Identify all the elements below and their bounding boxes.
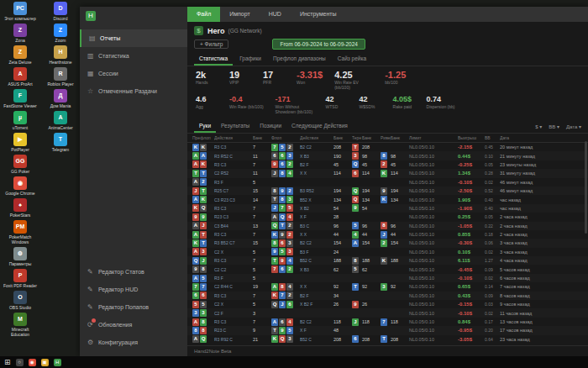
menu-tab-файл[interactable]: Файл xyxy=(187,7,220,22)
desktop-icon-faststone-viewer[interactable]: FFastStone Viewer xyxy=(3,89,38,108)
table-control-дата[interactable]: Дата ▾ xyxy=(566,124,581,129)
hand-row-15[interactable]: 98C2 C25762X B362562NL0.05/0.10-0.45$0.0… xyxy=(187,265,588,273)
stakes-label: NL0.05/0.10 xyxy=(409,206,458,211)
hand-row-19[interactable]: 55C2 X5QJ6X B2 F26926NL0.05/0.10-0.15$0.… xyxy=(187,300,588,308)
hand-row-9[interactable]: 99R23 C37AQ4X F28NL0.05/0.100.25$0.052 ч… xyxy=(187,213,588,221)
stat-value: -0.4 xyxy=(229,94,264,104)
stats-tab-префлоп-диапазоны[interactable]: Префлоп диапазоны xyxy=(268,53,331,66)
hand-row-11[interactable]: ATR3 C37K92X X44444J44NL0.05/0.100.85$0.… xyxy=(187,230,588,239)
hands-tab-руки[interactable]: Руки xyxy=(194,120,216,133)
column-header-банк[interactable]: Банк xyxy=(253,135,271,140)
menu-tab-инструменты[interactable]: Инструменты xyxy=(291,7,346,22)
column-header-действия[interactable]: Действия xyxy=(214,135,253,140)
desktop-icon-roblox-player[interactable]: RRoblox Player xyxy=(43,67,78,87)
column-header-выигрыш[interactable]: Выигрыш xyxy=(458,135,485,140)
folder-icon[interactable]: ▣ xyxy=(41,359,49,366)
hand-row-1[interactable]: KKR3 C37752B2 C2208T208NL0.05/0.10-2.15$… xyxy=(187,143,588,151)
sidebar-item-конфигурация[interactable]: ⚙Конфигурация xyxy=(80,334,187,351)
desktop-icon-zeta-deluxe[interactable]: ZZeta Deluxe xyxy=(3,45,38,65)
desktop-icon-discord[interactable]: DDiscord xyxy=(43,2,78,21)
desktop-icon-gg-poker[interactable]: GGGG Poker xyxy=(3,155,38,174)
stats-tab-сайз-рейка[interactable]: Сайз рейка xyxy=(333,53,371,66)
hand-row-5[interactable]: A2R3 F5NL0.05/0.10-0.10$0.0246 минут наз… xyxy=(187,178,588,187)
hand-row-18[interactable]: 66R3 C37K72B2 F34NL0.05/0.100.43$0.098 ч… xyxy=(187,292,588,300)
desktop-icon-asus-proart[interactable]: AASUS ProArt xyxy=(3,67,38,87)
table-control-bb[interactable]: BB ▾ xyxy=(549,124,559,129)
desktop-icon-zoom[interactable]: ZZoom xyxy=(43,24,78,43)
hand-row-6[interactable]: JTR25 C715892B3 R52194Q1949194NL0.05/0.1… xyxy=(187,187,588,195)
table-control-[interactable]: $ ▾ xyxy=(535,124,542,129)
desktop-icon-параметры[interactable]: ⚙Параметры xyxy=(3,247,38,266)
sidebar-item-сессии[interactable]: ▦Сессии xyxy=(80,65,187,82)
column-header-флоп[interactable]: Флоп xyxy=(271,135,300,140)
menu-tab-импорт[interactable]: Импорт xyxy=(220,7,259,22)
hand-row-16[interactable]: A5R3 F5NL0.05/0.10-0.10$0.026 часов наза… xyxy=(187,274,588,282)
start-button-icon[interactable]: ⊞ xyxy=(4,356,11,368)
desktop-icon-utorrent[interactable]: µuTorrent xyxy=(3,111,38,130)
search-icon[interactable]: ○ xyxy=(16,359,24,366)
hand-row-20[interactable]: 33C2 F3NL0.05/0.10-0.10$0.0211 часов наз… xyxy=(187,308,588,317)
hands-tab-результаты[interactable]: Результаты xyxy=(216,120,255,133)
sidebar-item-отчеты[interactable]: ▤Отчеты xyxy=(80,29,187,47)
desktop-icon-дом-mania[interactable]: ДДом Mania xyxy=(43,89,78,108)
column-header-банк[interactable]: Банк xyxy=(391,135,409,140)
column-header-лимит[interactable]: Лимит xyxy=(409,135,458,140)
sidebar-item-отмеченные-раздачи[interactable]: ☆Отмеченные Раздачи xyxy=(80,82,187,100)
column-header-действия[interactable]: Действия xyxy=(300,135,333,140)
column-header-ривер[interactable]: Ривер xyxy=(381,135,391,140)
desktop-icon-potplayer[interactable]: ▶PotPlayer xyxy=(3,133,38,152)
date-range-button[interactable]: From 06-09-2024 to 06-09-2024 xyxy=(272,39,365,50)
column-header-префлоп[interactable]: Префлоп xyxy=(192,135,214,140)
hand-row-23[interactable]: AQR3 R92 C21KQ3B52 C2086208T208NL0.05/0.… xyxy=(187,335,588,344)
flop-pot: 26 xyxy=(333,302,352,307)
desktop-icon-pokerstars[interactable]: ♠PokerStars xyxy=(3,198,38,218)
result-bb: 0.05 xyxy=(485,214,500,219)
hand-row-10[interactable]: AJC3 B4413QT2B3 C96596896NL0.05/0.10-1.0… xyxy=(187,222,588,230)
stats-tab-статистика[interactable]: Статистика xyxy=(194,53,233,66)
hands-tab-позиции[interactable]: Позиции xyxy=(255,120,286,133)
hand-row-13[interactable]: A3C2 X5953B3 F24NL0.05/0.100.10$0.023 ча… xyxy=(187,248,588,256)
hands-tab-следующие-действия[interactable]: Следующие Действия xyxy=(286,120,353,133)
desktop-icon-этот-компьютер[interactable]: PCЭтот компьютер xyxy=(3,2,38,21)
chrome-icon[interactable]: ◉ xyxy=(29,359,36,366)
hand-row-7[interactable]: AKC3 R23 C314T83B52 X134Q134K134NL0.05/0… xyxy=(187,195,588,203)
desktop-icon-google-chrome[interactable]: ◉Google Chrome xyxy=(3,176,38,196)
sidebar-item-редактор-hud[interactable]: ✎Редактор HUD xyxy=(80,281,187,298)
stats-row-1: 2kHands19VPIP17PFR-3.31$Won4.25Win Rate … xyxy=(187,66,588,91)
desktop-icon-minecraft-education[interactable]: MMinecraft Education xyxy=(3,313,38,337)
desktop-icon-telegram[interactable]: TTelegram xyxy=(43,133,78,152)
desktop-icon-zona[interactable]: ZZona xyxy=(3,24,38,43)
hand-row-3[interactable]: AKR3 C37962B2 F45Q45245NL0.05/0.10-0.25$… xyxy=(187,160,588,169)
sidebar-item-редактор-статов[interactable]: ✎Редактор Статов xyxy=(80,263,187,281)
desktop-icon-obs-studio[interactable]: OOBS Studio xyxy=(3,291,38,310)
desktop-icon-pokermatch-windows[interactable]: PMPokerMatch Windows xyxy=(3,220,38,244)
hand-row-4[interactable]: TTC2 R5211J84X X1146114K114NL0.05/0.101.… xyxy=(187,169,588,177)
hand-row-17[interactable]: 77C2 R44 C19A84X X92T92392NL0.05/0.100.6… xyxy=(187,282,588,291)
desktop-icon-animacenter[interactable]: AAnimaCenter xyxy=(43,111,78,130)
hand-row-12[interactable]: KTR3 B52 C715863B2 C2154A1542154NL0.05/0… xyxy=(187,239,588,247)
hand-row-22[interactable]: 88R23 C9T95X F48NL0.05/0.10-0.95$0.2017 … xyxy=(187,326,588,334)
sidebar-item-обновления[interactable]: ⟳Обновления xyxy=(80,316,187,334)
hole-cards: AK xyxy=(192,196,214,203)
hand-row-8[interactable]: KQR3 C37J75X B254954NL0.05/0.10-1.90$0.4… xyxy=(187,204,588,213)
column-header-банк[interactable]: Банк xyxy=(333,135,352,140)
stats-tab-графики[interactable]: Графики xyxy=(234,53,266,66)
hand-row-2[interactable]: AAR3 R52 C11663X B3190398898NL0.05/0.100… xyxy=(187,151,588,160)
column-header-дата[interactable]: Дата xyxy=(500,135,583,140)
hand-row-21[interactable]: A8R3 C37A64B2 C2118J1187118NL0.05/0.100.… xyxy=(187,318,588,326)
hand2note-icon[interactable]: H xyxy=(54,359,61,366)
table-scrollbar[interactable] xyxy=(585,141,587,234)
sidebar-item-статистика[interactable]: ▥Статистика xyxy=(80,47,187,65)
sidebar-item-редактор-попапов[interactable]: ✎Редактор Попапов xyxy=(80,298,187,316)
column-header-bb[interactable]: BB xyxy=(485,135,500,140)
add-filter-button[interactable]: + Фильтр xyxy=(194,39,228,49)
menu-tab-hud[interactable]: HUD xyxy=(260,7,291,22)
column-header-терн[interactable]: Терн xyxy=(352,135,362,140)
card-5d: 5 xyxy=(279,144,286,151)
card-ad: A xyxy=(271,318,278,326)
desktop-icon-foxit-pdf-reader[interactable]: PFoxit PDF Reader xyxy=(3,269,38,288)
column-header-банк[interactable]: Банк xyxy=(362,135,381,140)
desktop-icon-hearthstone[interactable]: HHearthstone xyxy=(43,45,78,65)
preflop-pot: 9 xyxy=(253,328,271,333)
hand-row-14[interactable]: QJR3 C37T94B52 C1888188K188NL0.05/0.106.… xyxy=(187,256,588,265)
